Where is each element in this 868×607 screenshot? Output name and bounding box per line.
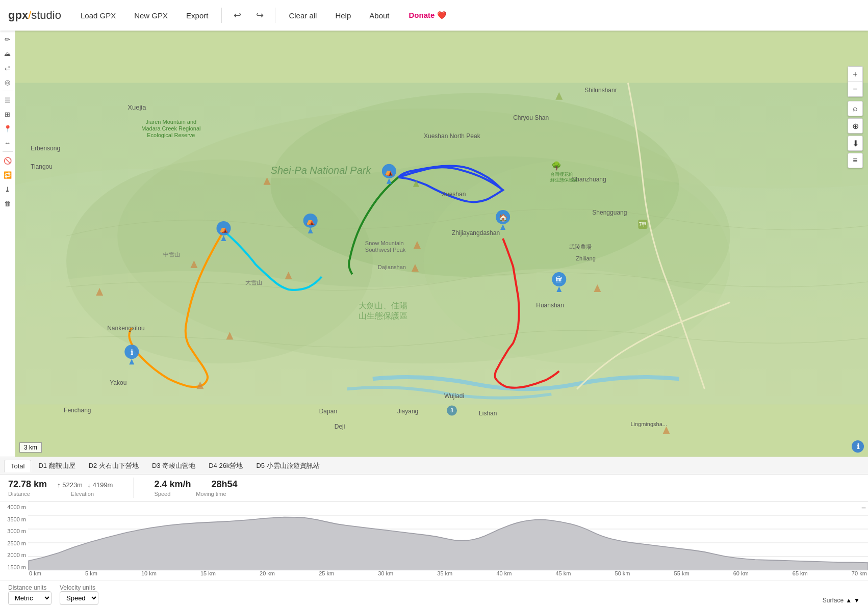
tab-d3[interactable]: D3 奇峻山營地 — [146, 459, 201, 472]
svg-text:Deji: Deji — [335, 423, 345, 430]
tool-divider-2 — [3, 151, 13, 152]
map-svg: Xuejia Erbensong Tiangou Shei-Pa Nationa… — [15, 31, 868, 457]
draw-tool-button[interactable]: ✏ — [1, 33, 14, 46]
surface-label: Surface — [823, 597, 844, 604]
elevation-label: Elevation — [71, 491, 94, 497]
svg-text:⛺: ⛺ — [385, 168, 394, 176]
y-label-1500: 1500 m — [4, 564, 26, 570]
merge-tool-button[interactable]: ⤓ — [1, 182, 14, 196]
surface-up-button[interactable]: ▲ — [846, 597, 852, 604]
logo-studio-text: studio — [31, 9, 61, 22]
waypoint-tool-button[interactable]: ◎ — [1, 75, 14, 89]
svg-text:Madara Creek Regional: Madara Creek Regional — [141, 125, 200, 131]
loop-tool-button[interactable]: 🔁 — [1, 168, 14, 181]
redo-button[interactable]: ↪ — [250, 6, 269, 24]
hide-tool-button[interactable]: 🚫 — [1, 154, 14, 167]
svg-text:Jiayang: Jiayang — [397, 408, 418, 415]
chart-main[interactable]: 0 km 5 km 10 km 15 km 20 km 25 km 30 km … — [28, 502, 868, 580]
x-label-10: 10 km — [141, 570, 157, 580]
svg-text:Tiangou: Tiangou — [31, 163, 53, 170]
surface-down-button[interactable]: ▼ — [854, 597, 860, 604]
velocity-units-label: Velocity units — [60, 584, 98, 591]
distance-stat: 72.78 km ↑ 5223m ↓ 4199m Distance Elevat… — [8, 479, 113, 497]
list-tool-button[interactable]: ☰ — [1, 93, 14, 107]
export-button[interactable]: Export — [179, 7, 215, 24]
about-button[interactable]: About — [362, 7, 396, 24]
grid-tool-button[interactable]: ⊞ — [1, 108, 14, 121]
elevation-up-value: 5223m — [62, 481, 83, 489]
download-map-button[interactable]: ⬇ — [848, 136, 863, 151]
tab-d5[interactable]: D5 小雲山旅遊資訊站 — [250, 459, 325, 472]
moving-time-label: Moving time — [196, 491, 226, 497]
x-label-30: 30 km — [378, 570, 393, 580]
svg-text:8: 8 — [450, 408, 453, 413]
svg-text:台灣櫻花鉤: 台灣櫻花鉤 — [550, 172, 573, 177]
speed-stat: 2.4 km/h 28h54 Speed Moving time — [154, 479, 237, 497]
svg-text:⛺: ⛺ — [306, 217, 315, 226]
distance-value: 72.78 km — [8, 479, 47, 490]
reverse-tool-button[interactable]: ⇄ — [1, 61, 14, 74]
y-label-3500: 3500 m — [4, 516, 26, 522]
logo[interactable]: gpx/studio — [8, 9, 61, 22]
svg-text:🏛: 🏛 — [555, 276, 563, 284]
map-info-button[interactable]: ℹ — [852, 440, 864, 453]
delete-tool-button[interactable]: 🗑 — [1, 197, 14, 210]
nav-divider-1 — [221, 8, 222, 23]
svg-text:Shilunshanr: Shilunshanr — [584, 87, 617, 94]
x-label-40: 40 km — [496, 570, 512, 580]
pin-tool-button[interactable]: 📍 — [1, 122, 14, 135]
y-label-2500: 2500 m — [4, 540, 26, 546]
svg-text:大劍山、佳陽: 大劍山、佳陽 — [359, 301, 407, 310]
svg-text:Xueshan North Peak: Xueshan North Peak — [424, 133, 481, 140]
nav-divider-2 — [275, 8, 275, 23]
tab-d1[interactable]: D1 翻鞍山屋 — [32, 459, 81, 472]
measure-tool-button[interactable]: ↔ — [1, 136, 14, 149]
svg-text:ℹ: ℹ — [131, 348, 133, 356]
x-label-35: 35 km — [437, 570, 452, 580]
y-label-3000: 3000 m — [4, 528, 26, 534]
svg-text:Xueshan: Xueshan — [442, 191, 466, 198]
svg-text:Dajianshan: Dajianshan — [378, 264, 406, 270]
donate-button[interactable]: Donate ❤️ — [401, 7, 455, 24]
load-gpx-button[interactable]: Load GPX — [73, 7, 123, 24]
x-label-50: 50 km — [615, 570, 630, 580]
svg-text:Southwest Peak: Southwest Peak — [365, 247, 406, 253]
zoom-in-button[interactable]: + — [848, 66, 863, 82]
clear-all-button[interactable]: Clear all — [282, 7, 324, 24]
elevation-tool-button[interactable]: ⛰ — [1, 47, 14, 60]
x-label-60: 60 km — [733, 570, 749, 580]
search-map-button[interactable]: ⌕ — [848, 101, 863, 116]
svg-text:Jiaren Mountain and: Jiaren Mountain and — [146, 119, 197, 125]
tab-total[interactable]: Total — [4, 460, 31, 472]
velocity-units-select[interactable]: Speed Pace — [60, 591, 98, 605]
x-label-15: 15 km — [200, 570, 216, 580]
new-gpx-button[interactable]: New GPX — [127, 7, 175, 24]
locate-button[interactable]: ⊕ — [848, 118, 863, 134]
svg-text:大雪山: 大雪山 — [245, 279, 262, 285]
svg-text:Ecological Reserve: Ecological Reserve — [147, 132, 195, 138]
navbar: gpx/studio Load GPX New GPX Export ↩ ↪ C… — [0, 0, 868, 31]
x-label-45: 45 km — [555, 570, 571, 580]
help-button[interactable]: Help — [328, 7, 358, 24]
chart-yaxis: 4000 m 3500 m 3000 m 2500 m 2000 m 1500 … — [0, 502, 28, 580]
moving-time-value: 28h54 — [211, 479, 237, 490]
distance-units-select[interactable]: Metric Imperial — [8, 591, 52, 605]
chart-xaxis: 0 km 5 km 10 km 15 km 20 km 25 km 30 km … — [28, 570, 868, 580]
y-label-2000: 2000 m — [4, 552, 26, 558]
distance-label: Distance — [8, 491, 30, 497]
map-container[interactable]: Xuejia Erbensong Tiangou Shei-Pa Nationa… — [15, 31, 868, 457]
svg-text:鮮生態保護區: 鮮生態保護區 — [550, 177, 578, 182]
layers-button[interactable]: ≡ — [848, 153, 863, 168]
chart-expand-button[interactable]: − — [861, 504, 866, 513]
map-controls-right: + − ⌕ ⊕ ⬇ ≡ — [848, 66, 863, 168]
tab-d4[interactable]: D4 26k營地 — [202, 459, 249, 472]
svg-text:Lingmingsha...: Lingmingsha... — [630, 421, 667, 427]
velocity-units-group: Velocity units Speed Pace — [60, 584, 98, 605]
x-label-55: 55 km — [674, 570, 690, 580]
undo-button[interactable]: ↩ — [228, 6, 246, 24]
x-label-65: 65 km — [793, 570, 808, 580]
svg-marker-43 — [663, 426, 670, 434]
zoom-out-button[interactable]: − — [848, 82, 863, 97]
logo-gpx-text: gpx — [8, 9, 28, 22]
tab-d2[interactable]: D2 火石山下營地 — [83, 459, 145, 472]
